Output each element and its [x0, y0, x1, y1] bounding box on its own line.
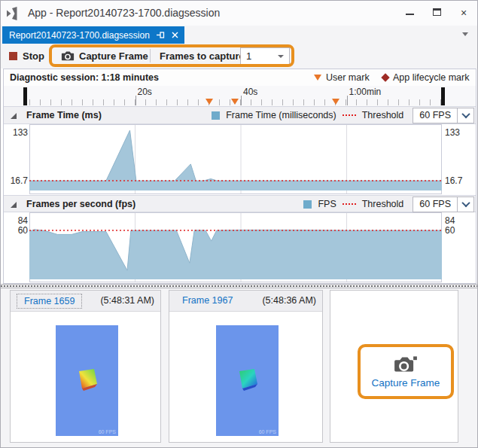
frame-time-legend: Frame Time (milliseconds) Threshold 60 F… [212, 107, 474, 123]
maximize-button[interactable] [427, 5, 446, 20]
threshold-line-icon [343, 203, 356, 205]
render-cube-image [237, 369, 258, 391]
fps-watermark: 60 FPS [99, 429, 116, 434]
app-lifecycle-label: App lifecycle mark [393, 72, 469, 83]
fps-section-header[interactable]: Frames per second (fps) FPS Threshold 60… [4, 195, 476, 212]
y-axis-max-right: 84 [445, 215, 455, 226]
fps-fps-select[interactable]: 60 FPS [413, 197, 474, 212]
user-mark-icon [314, 75, 321, 81]
ruler-time-label: 20s [138, 87, 152, 97]
capture-frame-card: Capture Frame [330, 290, 458, 443]
session-summary-row: Diagnostic session: 1:18 minutes User ma… [4, 69, 476, 86]
close-button[interactable]: × [454, 5, 473, 20]
timeline-ruler[interactable]: 20s40s1:00min [4, 86, 476, 107]
y-axis-max-left: 84 [11, 215, 28, 226]
stop-icon [9, 52, 17, 60]
stop-button[interactable]: Stop [23, 50, 44, 62]
visual-studio-icon [7, 7, 22, 20]
fps-chart[interactable]: 84 84 60 60 [1, 212, 478, 283]
y-axis-threshold-right: 16.7 [445, 175, 462, 186]
series-swatch-icon [303, 200, 312, 209]
y-axis-max-left: 133 [11, 127, 28, 138]
ruler-time-label: 1:00min [349, 87, 382, 97]
y-axis-max-right: 133 [445, 127, 460, 138]
ruler-major-tick [347, 96, 348, 105]
user-mark-icon[interactable] [231, 99, 239, 105]
frame-card-header: Frame 1967 (5:48:36 AM) [169, 291, 322, 312]
ruler-major-tick [135, 96, 136, 105]
frame-link[interactable]: Frame 1659 [17, 294, 82, 309]
user-mark-label: User mark [326, 72, 370, 83]
capture-frame-button[interactable]: Capture Frame [79, 50, 148, 62]
y-axis-threshold-left: 60 [11, 225, 28, 236]
maximize-icon [433, 8, 441, 16]
frames-to-capture-select[interactable]: 1 [240, 47, 290, 65]
threshold-legend-label: Threshold [362, 110, 404, 120]
tab-list-dropdown-icon[interactable] [462, 32, 468, 36]
y-axis-threshold-left: 16.7 [8, 175, 28, 186]
captured-frames-panel: Frame 1659 (5:48:31 AM) 60 FPS [1, 288, 478, 448]
session-summary: Diagnostic session: 1:18 minutes [10, 72, 159, 83]
frame-card[interactable]: Frame 1659 (5:48:31 AM) 60 FPS [10, 290, 161, 443]
threshold-legend-label: Threshold [362, 199, 404, 209]
splitter-grip-icon [1, 285, 478, 287]
ruler-major-tick [241, 96, 242, 105]
app-lifecycle-icon [381, 73, 389, 81]
frame-time-title: Frame Time (ms) [26, 110, 102, 120]
chevron-down-icon [461, 110, 470, 118]
fps-select-value: 60 FPS [413, 199, 457, 209]
frame-time-chart[interactable]: 133 133 16.7 16.7 [1, 124, 478, 195]
ruler-time-label: 40s [243, 87, 257, 97]
frames-to-capture-value: 1 [246, 50, 251, 62]
series-legend-label: Frame Time (milliseconds) [226, 110, 336, 120]
camera-icon [394, 355, 418, 373]
frame-card-header: Frame 1659 (5:48:31 AM) [11, 291, 160, 312]
timeline-left-handle[interactable] [23, 87, 27, 105]
frame-thumbnail[interactable]: 60 FPS [216, 325, 279, 436]
minimize-button[interactable] [400, 5, 419, 20]
user-mark-legend: User mark [314, 72, 370, 83]
chevron-down-icon [278, 55, 284, 58]
session-toolbar: Stop Capture Frame Frames to capture 1 [1, 44, 477, 69]
document-tab[interactable]: Report20140723-1700.diagsession [2, 26, 184, 44]
frames-to-capture-label: Frames to capture [160, 50, 245, 62]
fps-plot [1, 212, 478, 283]
y-axis-threshold-right: 60 [445, 225, 455, 236]
minimize-icon [406, 14, 414, 15]
frame-time-plot [1, 124, 478, 195]
frame-card[interactable]: Frame 1967 (5:48:36 AM) 60 FPS [169, 290, 323, 443]
capture-frame-big-button[interactable]: Capture Frame [358, 344, 454, 399]
frame-link[interactable]: Frame 1967 [175, 294, 239, 307]
title-bar: App - Report20140723-1700.diagsession × [1, 1, 477, 26]
camera-icon [61, 50, 75, 61]
app-window: App - Report20140723-1700.diagsession × … [0, 0, 478, 448]
fps-title: Frames per second (fps) [26, 199, 135, 209]
series-swatch-icon [212, 111, 220, 120]
render-cube-image [77, 369, 98, 391]
user-mark-icon[interactable] [206, 99, 213, 105]
document-tab-strip: Report20140723-1700.diagsession [1, 26, 477, 44]
fps-select-value: 60 FPS [413, 110, 457, 120]
combo-dropdown-button[interactable] [457, 108, 473, 123]
frame-timestamp: (5:48:36 AM) [262, 295, 316, 306]
toolbar-separator [150, 49, 151, 62]
pin-icon[interactable] [157, 31, 165, 39]
fps-legend: FPS Threshold 60 FPS [303, 196, 474, 212]
user-mark-icon[interactable] [332, 99, 339, 105]
chevron-down-icon [461, 199, 470, 207]
capture-frame-label: Capture Frame [372, 377, 440, 389]
threshold-line-icon [343, 114, 356, 116]
window-title: App - Report20140723-1700.diagsession [28, 7, 220, 19]
tab-label: Report20140723-1700.diagsession [9, 30, 150, 41]
frame-timestamp: (5:48:31 AM) [100, 295, 154, 306]
app-lifecycle-legend: App lifecycle mark [382, 72, 469, 83]
collapse-expander-icon[interactable] [11, 113, 17, 119]
fps-watermark: 60 FPS [259, 429, 276, 434]
frame-time-section-header[interactable]: Frame Time (ms) Frame Time (milliseconds… [4, 107, 476, 124]
timeline-right-handle[interactable] [441, 87, 445, 105]
tab-close-icon[interactable] [172, 32, 178, 38]
combo-dropdown-button[interactable] [457, 197, 473, 212]
collapse-expander-icon[interactable] [11, 202, 17, 208]
frame-time-fps-select[interactable]: 60 FPS [413, 108, 474, 123]
frame-thumbnail[interactable]: 60 FPS [56, 325, 118, 436]
